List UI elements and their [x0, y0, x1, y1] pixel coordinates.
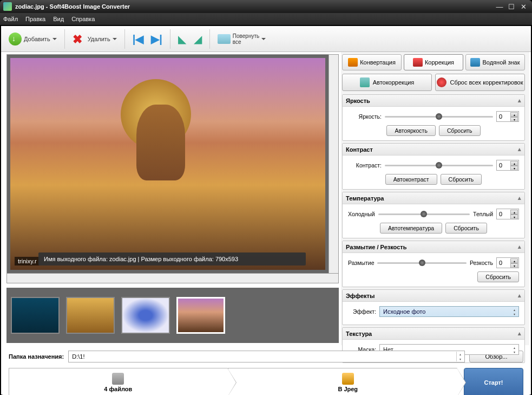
window-title: zodiac.jpg - Soft4Boost Image Converter	[15, 3, 494, 10]
nav-last-icon: ▶|	[151, 33, 162, 46]
close-button[interactable]: ✕	[518, 2, 529, 11]
app-icon	[3, 2, 12, 11]
tab-label: Коррекция	[425, 59, 454, 66]
thumbnail[interactable]	[66, 297, 115, 334]
tab-watermark[interactable]: Водяной знак	[465, 54, 525, 70]
reset-contrast-button[interactable]: Сбросить	[441, 174, 482, 185]
side-tabs: Конвертация Коррекция Водяной знак	[342, 54, 525, 70]
tab-label: Водяной знак	[482, 59, 520, 66]
thumbnail-strip	[6, 288, 339, 343]
thumbnail[interactable]	[121, 297, 170, 334]
btn-label: Сброс всех корректировок	[450, 80, 523, 86]
auto-brightness-button[interactable]: Автояркость	[386, 125, 436, 136]
collapse-icon[interactable]: ▴	[518, 146, 521, 153]
panel-blur: Размытие / Резкость▴ Размытие Резкость 0…	[342, 241, 525, 287]
destination-input[interactable]: D:\1!▴▾	[68, 351, 465, 362]
destination-value: D:\1!	[72, 353, 84, 360]
menu-help[interactable]: Справка	[71, 16, 95, 22]
separator	[170, 29, 170, 49]
image-info-overlay: Имя выходного файла: zodiac.jpg | Размер…	[38, 252, 306, 266]
add-button[interactable]: Добавить	[6, 30, 59, 48]
flip-left-button[interactable]: ◣	[176, 30, 188, 48]
add-label: Добавить	[24, 36, 50, 42]
contrast-value[interactable]: 0▴▾	[496, 160, 519, 171]
wizard-format-step[interactable]: В Jpeg	[228, 368, 458, 395]
panel-title: Размытие / Резкость	[346, 244, 406, 250]
separator	[209, 29, 210, 49]
menubar: Файл Правка Вид Справка	[0, 13, 532, 25]
wizard-files-step[interactable]: 4 файлов	[9, 368, 228, 395]
collapse-icon[interactable]: ▴	[518, 195, 521, 202]
temperature-value[interactable]: 0▴▾	[496, 209, 519, 219]
format-label: В Jpeg	[338, 386, 358, 392]
reset-all-button[interactable]: Сброс всех корректировок	[435, 74, 525, 91]
menu-file[interactable]: Файл	[3, 16, 18, 22]
effect-select[interactable]: Исходное фото▴▾	[379, 306, 519, 317]
preview-area: trinixy.r Имя выходного файла: zodiac.jp…	[6, 54, 339, 274]
temperature-slider[interactable]	[378, 210, 470, 218]
reset-temperature-button[interactable]: Сбросить	[445, 223, 487, 234]
panel-contrast: Контраст▴ Контраст: 0▴▾ Автоконтраст Сбр…	[342, 143, 525, 190]
btn-label: Автокоррекция	[373, 80, 415, 86]
preview-hscrollbar[interactable]	[6, 274, 339, 283]
collapse-icon[interactable]: ▴	[518, 243, 521, 250]
tab-convert[interactable]: Конвертация	[342, 54, 402, 70]
thumbnail-selected[interactable]	[176, 297, 225, 334]
delete-icon: ✖	[73, 33, 86, 46]
effect-label: Эффект:	[348, 308, 376, 315]
blur-value[interactable]: 0▴▾	[496, 257, 519, 268]
select-value: Исходное фото	[383, 308, 425, 315]
menu-edit[interactable]: Правка	[25, 16, 45, 22]
flip-left-icon: ◣	[178, 33, 186, 46]
tab-label: Конвертация	[360, 59, 396, 66]
panel-title: Текстура	[346, 331, 372, 337]
nav-first-icon: |◀	[133, 33, 144, 46]
reset-brightness-button[interactable]: Сбросить	[439, 125, 481, 136]
nav-last-button[interactable]: ▶|	[149, 30, 165, 48]
flip-right-button[interactable]: ◢	[192, 30, 204, 48]
collapse-icon[interactable]: ▴	[518, 97, 521, 104]
rotate-all-button[interactable]: Повернуть все	[215, 31, 268, 47]
image-watermark: trinixy.r	[15, 257, 40, 266]
brightness-value[interactable]: 0▴▾	[496, 111, 519, 122]
delete-label: Удалить	[88, 36, 110, 42]
tab-correction[interactable]: Коррекция	[404, 54, 463, 70]
panel-temperature: Температура▴ Холодный Теплый 0▴▾ Автотем…	[342, 192, 525, 238]
preview-image[interactable]: trinixy.r	[10, 58, 325, 270]
reset-icon	[437, 77, 446, 87]
panel-brightness: Яркость▴ Яркость: 0▴▾ Автояркость Сброси…	[342, 94, 525, 141]
warm-label: Теплый	[473, 211, 493, 217]
start-button[interactable]: Старт!	[464, 368, 523, 395]
brightness-slider[interactable]	[385, 112, 493, 121]
delete-button[interactable]: ✖ Удалить	[70, 30, 119, 48]
blur-slider[interactable]	[377, 258, 466, 267]
correction-icon	[413, 58, 423, 67]
auto-temperature-button[interactable]: Автотемпература	[380, 223, 442, 234]
collapse-icon[interactable]: ▴	[518, 292, 521, 299]
flip-right-icon: ◢	[194, 33, 202, 46]
reset-blur-button[interactable]: Сбросить	[477, 271, 519, 282]
dropdown-icon	[113, 38, 117, 40]
toolbar: Добавить ✖ Удалить |◀ ▶| ◣ ◢ Повернуть в…	[1, 26, 531, 52]
rotate-all-label: Повернуть все	[233, 33, 259, 45]
separator	[64, 29, 65, 49]
dropdown-icon	[261, 38, 266, 40]
panel-title: Температура	[346, 195, 384, 202]
menu-view[interactable]: Вид	[53, 16, 64, 22]
dropdown-icon	[52, 38, 57, 40]
sharp-label: Резкость	[470, 260, 493, 266]
contrast-slider[interactable]	[385, 161, 493, 170]
separator	[124, 29, 125, 49]
format-icon	[342, 373, 354, 385]
folder-icon	[218, 34, 231, 44]
minimize-button[interactable]: —	[494, 2, 505, 11]
nav-first-button[interactable]: |◀	[130, 30, 146, 48]
collapse-icon[interactable]: ▴	[518, 330, 521, 337]
preview-vscrollbar[interactable]	[329, 55, 338, 273]
autocorrect-button[interactable]: Автокоррекция	[342, 74, 432, 91]
thumbnail[interactable]	[11, 297, 60, 334]
auto-contrast-button[interactable]: Автоконтраст	[385, 174, 437, 185]
panel-title: Яркость	[346, 98, 370, 104]
convert-icon	[348, 58, 358, 67]
maximize-button[interactable]: ☐	[506, 2, 517, 11]
